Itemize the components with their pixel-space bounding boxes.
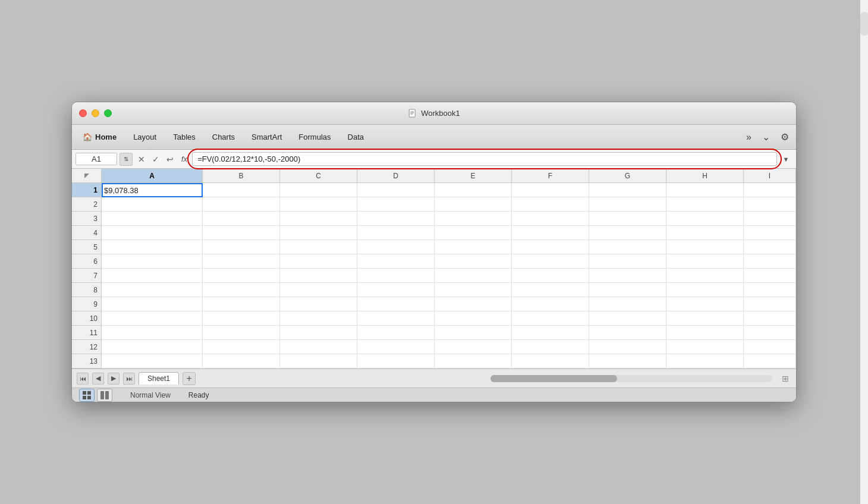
cell-a6[interactable] — [102, 254, 203, 269]
cell-f11[interactable] — [512, 326, 589, 340]
maximize-button[interactable] — [104, 109, 112, 117]
row-header-2[interactable]: 2 — [72, 197, 101, 212]
row-header-13[interactable]: 13 — [72, 354, 101, 368]
cell-h10[interactable] — [666, 311, 744, 326]
cell-c7[interactable] — [280, 269, 357, 283]
cell-b10[interactable] — [203, 311, 280, 326]
col-header-h[interactable]: H — [666, 169, 744, 182]
cell-g2[interactable] — [589, 197, 666, 212]
ribbon-charts[interactable]: Charts — [204, 125, 243, 149]
cell-f12[interactable] — [512, 340, 589, 354]
col-header-d[interactable]: D — [357, 169, 435, 182]
cell-g10[interactable] — [589, 311, 666, 326]
cell-i9[interactable] — [744, 297, 796, 311]
cell-b12[interactable] — [203, 340, 280, 354]
ribbon-layout[interactable]: Layout — [125, 125, 165, 149]
cell-f7[interactable] — [512, 269, 589, 283]
cell-e1[interactable] — [435, 183, 512, 197]
cell-a4[interactable] — [102, 226, 203, 240]
cell-g7[interactable] — [589, 269, 666, 283]
cell-i10[interactable] — [744, 311, 796, 326]
cell-c2[interactable] — [280, 197, 357, 212]
cell-h3[interactable] — [666, 212, 744, 226]
cell-a9[interactable] — [102, 297, 203, 311]
cell-c9[interactable] — [280, 297, 357, 311]
cell-d12[interactable] — [357, 340, 435, 354]
col-header-c[interactable]: C — [280, 169, 357, 182]
cell-f1[interactable] — [512, 183, 589, 197]
cell-h1[interactable] — [666, 183, 744, 197]
cell-f6[interactable] — [512, 254, 589, 269]
row-header-8[interactable]: 8 — [72, 283, 101, 297]
cell-b4[interactable] — [203, 226, 280, 240]
cell-e12[interactable] — [435, 340, 512, 354]
horizontal-scrollbar[interactable] — [490, 375, 772, 382]
cell-e6[interactable] — [435, 254, 512, 269]
formula-confirm-button[interactable]: ✓ — [149, 153, 162, 166]
cell-i11[interactable] — [744, 326, 796, 340]
col-header-f[interactable]: F — [512, 169, 589, 182]
formula-cancel-button[interactable]: ✕ — [135, 153, 148, 166]
formula-dropdown-button[interactable]: ▼ — [779, 153, 792, 166]
row-header-1[interactable]: 1 — [72, 183, 101, 197]
cell-a7[interactable] — [102, 269, 203, 283]
cell-d7[interactable] — [357, 269, 435, 283]
cell-c12[interactable] — [280, 340, 357, 354]
cell-e5[interactable] — [435, 240, 512, 254]
cell-b1[interactable] — [203, 183, 280, 197]
sheet-nav-first[interactable]: ⏮ — [77, 373, 89, 385]
cell-b2[interactable] — [203, 197, 280, 212]
row-header-6[interactable]: 6 — [72, 254, 101, 269]
cell-e2[interactable] — [435, 197, 512, 212]
row-header-9[interactable]: 9 — [72, 297, 101, 311]
cell-f5[interactable] — [512, 240, 589, 254]
cell-d9[interactable] — [357, 297, 435, 311]
cell-h11[interactable] — [666, 326, 744, 340]
col-header-g[interactable]: G — [589, 169, 666, 182]
cell-a2[interactable] — [102, 197, 203, 212]
col-header-b[interactable]: B — [203, 169, 280, 182]
cell-d6[interactable] — [357, 254, 435, 269]
corner-cell[interactable] — [72, 169, 102, 182]
sheet-tab-1[interactable]: Sheet1 — [139, 372, 179, 385]
cell-i3[interactable] — [744, 212, 796, 226]
ribbon-home[interactable]: 🏠 Home — [74, 125, 125, 149]
horizontal-scroll-thumb[interactable] — [490, 375, 617, 382]
cell-f13[interactable] — [512, 354, 589, 368]
cell-g11[interactable] — [589, 326, 666, 340]
cell-e10[interactable] — [435, 311, 512, 326]
cell-g4[interactable] — [589, 226, 666, 240]
cell-b13[interactable] — [203, 354, 280, 368]
col-header-e[interactable]: E — [435, 169, 512, 182]
cell-d2[interactable] — [357, 197, 435, 212]
cell-h5[interactable] — [666, 240, 744, 254]
row-header-10[interactable]: 10 — [72, 311, 101, 326]
cell-g13[interactable] — [589, 354, 666, 368]
cell-d1[interactable] — [357, 183, 435, 197]
cell-a10[interactable] — [102, 311, 203, 326]
cell-i12[interactable] — [744, 340, 796, 354]
cell-c5[interactable] — [280, 240, 357, 254]
cell-h4[interactable] — [666, 226, 744, 240]
cell-h2[interactable] — [666, 197, 744, 212]
add-sheet-button[interactable]: + — [183, 372, 196, 385]
ribbon-formulas[interactable]: Formulas — [290, 125, 339, 149]
cell-i2[interactable] — [744, 197, 796, 212]
cell-f2[interactable] — [512, 197, 589, 212]
cell-e13[interactable] — [435, 354, 512, 368]
cell-c1[interactable] — [280, 183, 357, 197]
page-view-button[interactable] — [97, 389, 112, 402]
cell-c8[interactable] — [280, 283, 357, 297]
cell-a5[interactable] — [102, 240, 203, 254]
cell-d3[interactable] — [357, 212, 435, 226]
cell-g12[interactable] — [589, 340, 666, 354]
cell-g3[interactable] — [589, 212, 666, 226]
cell-i6[interactable] — [744, 254, 796, 269]
cell-d4[interactable] — [357, 226, 435, 240]
ribbon-overflow-icon[interactable]: » — [741, 132, 756, 143]
cell-a3[interactable] — [102, 212, 203, 226]
sheet-nav-last[interactable]: ⏭ — [123, 373, 135, 385]
cell-h9[interactable] — [666, 297, 744, 311]
cell-h7[interactable] — [666, 269, 744, 283]
cell-h13[interactable] — [666, 354, 744, 368]
